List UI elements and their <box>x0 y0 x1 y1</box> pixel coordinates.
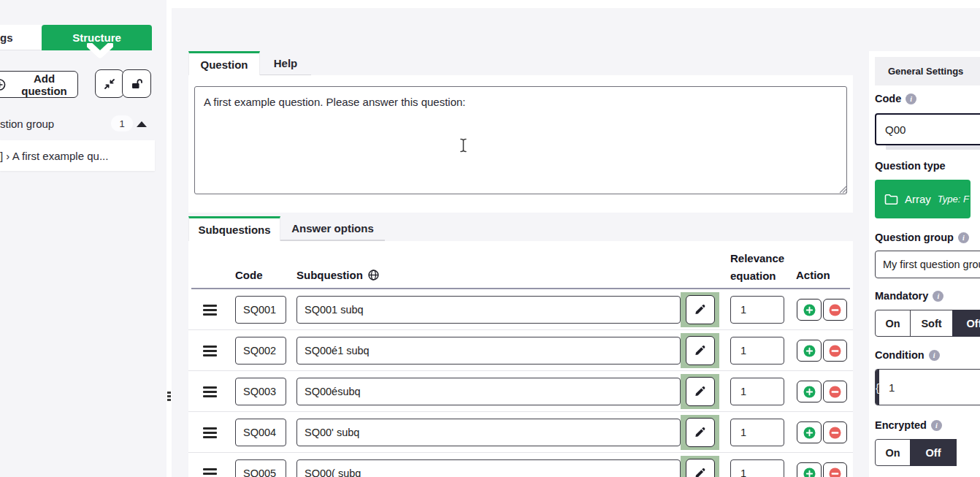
text-ibeam-cursor-icon <box>459 138 468 153</box>
sidebar-question-label: ] › A first example qu... <box>0 150 108 162</box>
sidebar-divider <box>166 0 172 477</box>
pencil-icon <box>694 304 706 316</box>
sidebar-item-question[interactable]: ] › A first example qu... <box>0 140 155 171</box>
subquestion-code-input[interactable] <box>235 419 286 446</box>
condition-input[interactable] <box>879 370 980 405</box>
edit-subquestion-button[interactable] <box>686 418 715 447</box>
subquestion-row <box>188 330 853 371</box>
remove-subquestion-button[interactable] <box>823 299 847 321</box>
info-icon[interactable]: i <box>906 94 916 104</box>
pencil-icon <box>694 386 706 397</box>
plus-circle-icon <box>803 345 816 357</box>
relevance-equation-input[interactable] <box>730 378 784 405</box>
tab-answer-options[interactable]: Answer options <box>280 216 385 241</box>
tab-question[interactable]: Question <box>188 51 260 76</box>
plus-circle-icon <box>803 427 816 439</box>
remove-subquestion-button[interactable] <box>823 421 847 443</box>
lock-toggle-button[interactable] <box>122 69 151 98</box>
subquestion-code-input[interactable] <box>235 378 286 405</box>
minus-circle-icon <box>829 304 841 316</box>
add-subquestion-button[interactable] <box>797 381 822 402</box>
subquestion-code-input[interactable] <box>235 337 286 365</box>
relevance-equation-input[interactable] <box>730 459 784 477</box>
remove-subquestion-button[interactable] <box>823 340 847 362</box>
subquestion-row <box>188 412 853 453</box>
general-settings-header: General Settings <box>875 57 980 85</box>
add-subquestion-button[interactable] <box>797 340 822 362</box>
subquestion-text-input[interactable] <box>296 419 681 446</box>
encrypted-toggle-group: On Off <box>875 439 957 466</box>
remove-subquestion-button[interactable] <box>823 381 847 402</box>
circle-plus-icon <box>0 78 6 91</box>
minus-circle-icon <box>829 468 841 477</box>
remove-subquestion-button[interactable] <box>823 462 847 477</box>
question-type-value: Array <box>905 193 931 205</box>
subquestion-code-input[interactable] <box>235 459 286 477</box>
plus-circle-icon <box>803 386 816 398</box>
row-drag-handle[interactable] <box>203 386 217 397</box>
info-icon[interactable]: i <box>958 232 969 243</box>
subquestion-text-input[interactable] <box>296 459 681 477</box>
edit-cell <box>681 415 719 450</box>
question-group-label: Question group i <box>875 232 969 243</box>
question-type-button[interactable]: Array Type: F <box>875 180 971 218</box>
question-text-input[interactable]: A first example question. Please answer … <box>194 86 847 194</box>
column-header-relevance: Relevance equation <box>730 250 793 285</box>
subquestion-text-input[interactable] <box>296 296 681 324</box>
info-icon[interactable]: i <box>931 420 942 431</box>
edit-cell <box>681 374 719 409</box>
add-subquestion-button[interactable] <box>797 462 822 477</box>
question-code-input[interactable] <box>875 113 980 145</box>
column-header-code: Code <box>235 269 263 281</box>
pencil-icon <box>694 427 706 438</box>
add-subquestion-button[interactable] <box>797 421 822 443</box>
mandatory-on-button[interactable]: On <box>875 310 911 337</box>
subquestion-row <box>188 371 853 412</box>
relevance-equation-input[interactable] <box>730 296 784 324</box>
mandatory-soft-button[interactable]: Soft <box>910 310 953 337</box>
relevance-equation-input[interactable] <box>730 419 784 446</box>
edit-subquestion-button[interactable] <box>686 295 715 324</box>
encrypted-off-button[interactable]: Off <box>910 439 957 466</box>
edit-cell <box>681 333 719 368</box>
tab-settings-label: gs <box>0 31 13 44</box>
edit-cell <box>681 456 719 477</box>
plus-circle-icon <box>803 304 816 316</box>
textarea-resize-grip[interactable] <box>839 185 848 194</box>
tab-subquestions[interactable]: Subquestions <box>188 216 280 241</box>
question-panel: A first example question. Please answer … <box>188 75 853 213</box>
collapse-all-button[interactable] <box>95 69 124 98</box>
mandatory-off-button[interactable]: Off <box>952 310 980 337</box>
edit-subquestion-button[interactable] <box>686 377 715 406</box>
edit-subquestion-button[interactable] <box>686 336 715 365</box>
add-subquestion-button[interactable] <box>797 299 822 321</box>
condition-input-group: { <box>875 369 980 405</box>
info-icon[interactable]: i <box>933 291 943 302</box>
subquestion-code-input[interactable] <box>235 296 286 324</box>
row-drag-handle[interactable] <box>203 427 217 438</box>
question-type-label: Question type <box>875 160 946 172</box>
row-drag-handle[interactable] <box>203 346 217 356</box>
relevance-equation-input[interactable] <box>730 337 784 365</box>
subquestion-row <box>188 289 853 330</box>
info-icon[interactable]: i <box>929 350 940 361</box>
general-settings-panel: General Settings Code i Question type Ar… <box>869 51 980 477</box>
question-group-select[interactable]: My first question group <box>875 251 980 278</box>
add-question-button[interactable]: Add question <box>0 71 78 98</box>
subquestion-text-input[interactable] <box>296 378 681 405</box>
row-drag-handle[interactable] <box>203 305 217 316</box>
condition-label: Condition i <box>875 349 940 361</box>
plus-circle-icon <box>803 468 816 477</box>
edit-subquestion-button[interactable] <box>686 459 715 477</box>
caret-up-icon[interactable] <box>137 121 147 127</box>
unlock-icon <box>131 78 143 90</box>
mandatory-toggle-group: On Soft Off <box>875 310 980 337</box>
chevron-down-icon <box>87 43 113 61</box>
encrypted-on-button[interactable]: On <box>875 439 911 466</box>
subquestion-rows <box>188 289 853 477</box>
subquestion-text-input[interactable] <box>296 337 681 365</box>
divider-grip-handle[interactable] <box>167 392 172 401</box>
row-drag-handle[interactable] <box>203 468 217 477</box>
tab-settings[interactable]: gs <box>0 25 42 50</box>
tab-help[interactable]: Help <box>260 51 311 76</box>
